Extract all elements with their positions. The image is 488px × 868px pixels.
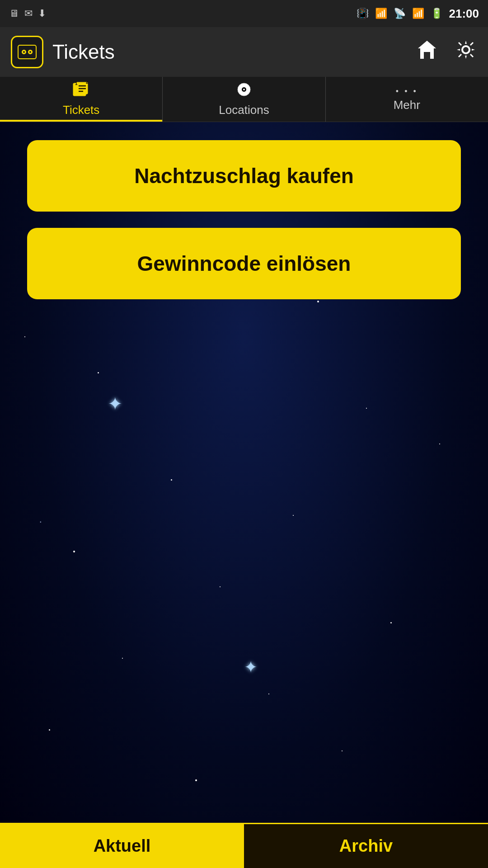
svg-text:1: 1 (75, 81, 78, 86)
svg-point-4 (29, 51, 31, 53)
battery-icon: 🔋 (431, 8, 443, 19)
aktuell-button[interactable]: Aktuell (0, 824, 244, 868)
locations-tab-icon (236, 81, 252, 101)
status-bar: 🖥 ✉ ⬇ 📳 📶 📡 📶 🔋 21:00 (0, 0, 488, 27)
signal-icon: 📶 (412, 8, 424, 19)
tab-locations[interactable]: Locations (163, 77, 325, 122)
tab-tickets[interactable]: 1 2 Tickets (0, 77, 163, 122)
mail-icon: ✉ (24, 8, 33, 19)
redeem-wincode-button[interactable]: Gewinncode einlösen (27, 228, 461, 299)
svg-point-3 (23, 51, 25, 53)
app-bar-right (416, 38, 477, 66)
download-icon: ⬇ (38, 8, 46, 19)
svg-rect-6 (424, 52, 430, 59)
status-time: 21:00 (449, 7, 479, 21)
tab-mehr-label: Mehr (394, 98, 420, 112)
mehr-tab-dots: • • • (396, 87, 418, 96)
tickets-tab-icon: 1 2 (72, 81, 90, 101)
app-title: Tickets (52, 41, 115, 63)
nfc-icon: 📡 (394, 8, 406, 19)
tab-tickets-label: Tickets (63, 103, 99, 117)
tab-bar: 1 2 Tickets Locations • • • Mehr (0, 77, 488, 122)
app-bar: Tickets (0, 27, 488, 77)
vibrate-icon: 📳 (357, 8, 369, 19)
tab-locations-label: Locations (219, 103, 269, 117)
svg-point-17 (243, 89, 245, 90)
sim-icon: 🖥 (9, 8, 19, 19)
svg-text:2: 2 (86, 81, 89, 85)
archiv-button[interactable]: Archiv (244, 824, 488, 868)
svg-point-7 (462, 46, 469, 53)
settings-icon[interactable] (455, 38, 477, 66)
home-icon[interactable] (416, 38, 438, 66)
svg-rect-0 (18, 45, 36, 59)
app-logo (11, 36, 43, 68)
tab-mehr[interactable]: • • • Mehr (326, 77, 488, 122)
buy-nightsurcharge-button[interactable]: Nachtzuschlag kaufen (27, 140, 461, 212)
status-left-icons: 🖥 ✉ ⬇ (9, 8, 46, 19)
status-right-icons: 📳 📶 📡 📶 🔋 21:00 (357, 7, 479, 21)
bottom-bar: Aktuell Archiv (0, 823, 488, 868)
app-bar-left: Tickets (11, 36, 115, 68)
main-content: Nachtzuschlag kaufen Gewinncode einlösen (0, 122, 488, 836)
wifi-icon: 📶 (375, 8, 387, 19)
